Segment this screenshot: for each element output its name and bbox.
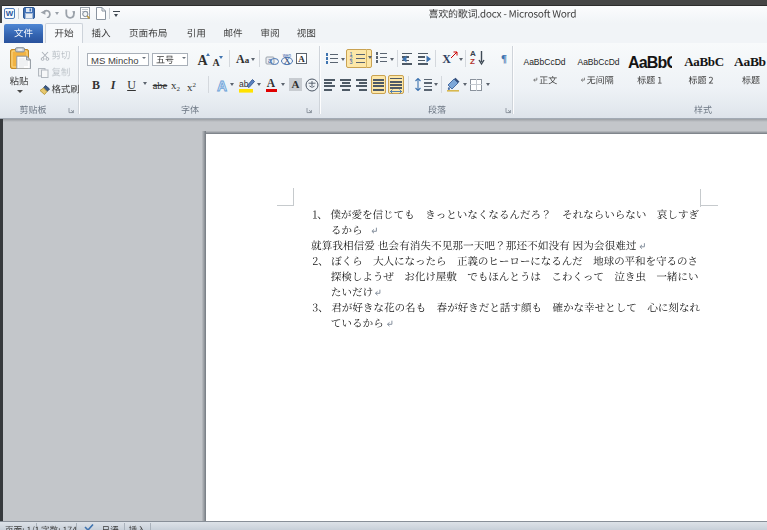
svg-text:A: A bbox=[217, 78, 227, 94]
svg-text:ab: ab bbox=[239, 79, 249, 89]
svg-text:a: a bbox=[268, 57, 272, 64]
